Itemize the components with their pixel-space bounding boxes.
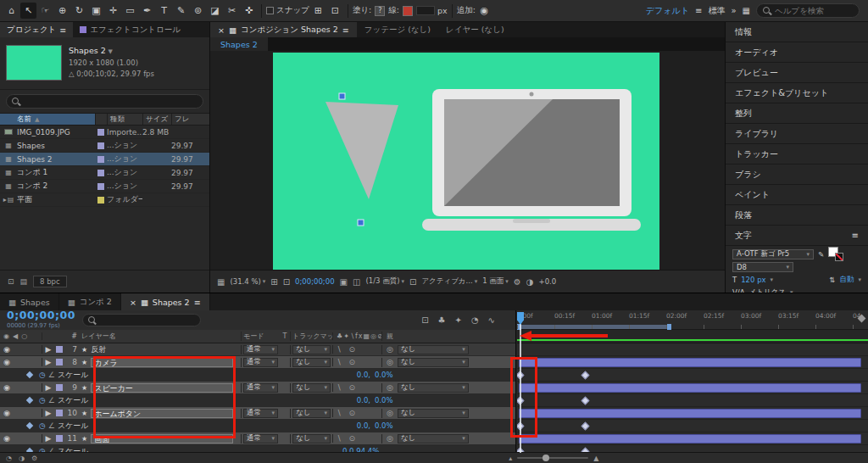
- timeline-tab-comp2[interactable]: ▦ コンポ 2: [59, 293, 121, 310]
- layer-parent-select[interactable]: ◎ なし▾: [381, 383, 515, 393]
- panel-paragraph[interactable]: 段落: [726, 205, 868, 226]
- frame-blending-icon[interactable]: ✦: [454, 315, 461, 325]
- property-value2[interactable]: 0.0%: [375, 371, 393, 379]
- help-search[interactable]: [756, 3, 860, 18]
- layer-duration-bar[interactable]: [519, 434, 861, 443]
- orbit-camera-tool-icon[interactable]: ↻: [71, 3, 87, 19]
- layer-label-color[interactable]: [54, 435, 64, 442]
- keyframe-navigator-icon[interactable]: [26, 397, 33, 404]
- expand-layer-switches-icon[interactable]: ◑: [19, 455, 25, 462]
- folder-icon[interactable]: ▸▤: [0, 196, 17, 204]
- hide-shy-layers-icon[interactable]: ♣: [438, 315, 446, 325]
- timeline-property-row[interactable]: ◷ ∠ スケール 0.0, 0.0%: [0, 369, 515, 382]
- layer-expander[interactable]: ▶: [42, 409, 54, 417]
- keyframe-navigator-icon[interactable]: [26, 422, 33, 429]
- column-type[interactable]: 種類: [107, 114, 142, 125]
- layer-expander[interactable]: ▶: [42, 358, 54, 366]
- camera-tool-icon[interactable]: ▣: [88, 3, 104, 19]
- panel-character[interactable]: 文字 ≡: [726, 226, 868, 246]
- add-shape-icon[interactable]: ◉: [476, 3, 492, 19]
- exposure-value[interactable]: +0.0: [539, 277, 557, 286]
- pan-behind-tool-icon[interactable]: ✛: [105, 3, 121, 19]
- expand-transfer-controls-icon[interactable]: ◔: [6, 455, 12, 462]
- comp-thumbnail[interactable]: [6, 45, 62, 81]
- timeline-track-area[interactable]: :00f 00:15f 01:00f 01:15f 02:00f 02:15f …: [517, 310, 868, 453]
- project-row[interactable]: IMG_0109.JPG Importe...G 2.8 MB: [0, 126, 209, 139]
- layer-parent-select[interactable]: ◎ なし▾: [381, 358, 515, 367]
- pen-tool-icon[interactable]: ✒: [139, 3, 155, 19]
- layer-trackmatte-select[interactable]: なし▾: [290, 345, 332, 354]
- parent-pickwhip-icon[interactable]: ◎: [387, 345, 393, 354]
- panel-audio[interactable]: オーディオ: [726, 42, 868, 63]
- selection-handle[interactable]: [339, 93, 345, 99]
- selection-tool-icon[interactable]: ↖: [20, 3, 36, 19]
- show-channel-icon[interactable]: ◫: [353, 277, 360, 287]
- help-search-input[interactable]: [775, 6, 853, 15]
- panel-preview[interactable]: プレビュー: [726, 63, 868, 83]
- timeline-layer-row[interactable]: ◉ ▶ 8 ★ カメラ 通常▾ なし▾ ∖ ⊙ ◎ なし▾: [0, 356, 515, 369]
- property-value2[interactable]: 0.0%: [375, 396, 393, 404]
- view-layout-select[interactable]: 1 画面▾: [482, 276, 509, 287]
- close-icon[interactable]: ×: [130, 298, 136, 307]
- layer-trackmatte-select[interactable]: なし▾: [290, 383, 332, 393]
- type-tool-icon[interactable]: T: [156, 3, 172, 19]
- stopwatch-icon[interactable]: ◷: [39, 421, 46, 430]
- property-value[interactable]: 0.0,: [342, 396, 370, 404]
- layer-name[interactable]: ★ ホームボタン: [80, 409, 241, 418]
- snap-checkbox[interactable]: スナップ: [266, 5, 309, 16]
- timeline-layer-row[interactable]: ◉ ▶ 10 ★ ホームボタン 通常▾ なし▾ ∖ ⊙ ◎ なし▾: [0, 407, 515, 420]
- leading-value[interactable]: 自動: [839, 275, 854, 285]
- timeline-tab-shapes2[interactable]: × ▦ Shapes 2 ≡: [121, 293, 210, 310]
- layer-mode-select[interactable]: 通常▾: [241, 383, 280, 393]
- workspace-selector[interactable]: デフォルト: [646, 5, 689, 17]
- layer-name-column-header[interactable]: レイヤー名: [80, 332, 241, 341]
- fill-swatch[interactable]: ?: [375, 6, 385, 16]
- close-icon[interactable]: ×: [218, 25, 225, 35]
- layer-trackmatte-select[interactable]: なし▾: [290, 434, 332, 443]
- layer-parent-select[interactable]: ◎ なし▾: [381, 409, 515, 418]
- stopwatch-icon[interactable]: ◷: [39, 396, 46, 404]
- layer-visibility-toggle[interactable]: ◉: [3, 345, 10, 354]
- layer-name[interactable]: ★ スピーカー: [80, 383, 241, 393]
- layer-parent-select[interactable]: ◎ なし▾: [381, 345, 515, 354]
- timeline-layer-row[interactable]: ◉ ▶ 11 ★ 画面 通常▾ なし▾ ∖ ⊙ ◎ なし▾: [0, 432, 515, 445]
- comp-marker-button[interactable]: [858, 315, 866, 323]
- property-name[interactable]: スケール: [58, 370, 89, 381]
- timeline-property-row[interactable]: ◷ ∠ スケール 0.0, 0.0%: [0, 420, 515, 432]
- composition-canvas[interactable]: [273, 53, 659, 270]
- property-name[interactable]: スケール: [58, 395, 89, 406]
- timeline-layer-row[interactable]: ◉ ▶ 7 ★ 反射 通常▾ なし▾ ∖ ⊙ ◎ なし▾: [0, 343, 515, 356]
- column-name[interactable]: 名前 ▲: [0, 114, 95, 125]
- puppet-tool-icon[interactable]: ✜: [241, 3, 257, 19]
- timeline-tab-shapes[interactable]: ▦ Shapes: [0, 293, 59, 310]
- tab-effect-controls[interactable]: エフェクトコントロール: [73, 22, 187, 37]
- layer-name[interactable]: ★ カメラ: [80, 358, 241, 367]
- work-area-bar[interactable]: [519, 325, 670, 329]
- keyframe-icon[interactable]: [581, 371, 590, 380]
- zoom-out-frames-icon[interactable]: ▴: [509, 455, 512, 462]
- viewer-canvas[interactable]: [210, 51, 725, 270]
- stroke-width-field[interactable]: [416, 6, 435, 15]
- bit-depth-button[interactable]: 8 bpc: [33, 276, 67, 287]
- zoom-tool-icon[interactable]: ⊕: [54, 3, 70, 19]
- keyframe-navigator-icon[interactable]: [26, 371, 33, 378]
- footage-interpret-icon[interactable]: ⊡: [8, 277, 14, 286]
- expand-in-out-icon[interactable]: ⚙: [31, 455, 37, 462]
- comp-title[interactable]: Shapes 2: [69, 46, 106, 55]
- layer-mode-select[interactable]: 通常▾: [241, 409, 280, 418]
- timeline-property-row[interactable]: ◷ ∠ スケール 0.0, 0.0%: [0, 394, 515, 407]
- project-row-selected[interactable]: ▦ Shapes 2 ...ション 29.97: [0, 153, 209, 166]
- layer-mode-select[interactable]: 通常▾: [241, 358, 280, 367]
- selection-handle[interactable]: [358, 220, 364, 226]
- property-value[interactable]: 0.0,: [342, 371, 370, 379]
- zoom-select[interactable]: (31.4 %)▾: [230, 277, 265, 286]
- graph-toggle-icon[interactable]: ∠: [48, 396, 55, 404]
- font-size-value[interactable]: 120 px: [741, 276, 765, 284]
- layer-name[interactable]: ★ 画面: [80, 434, 241, 443]
- label-color[interactable]: [95, 183, 107, 190]
- font-style-select[interactable]: D8▾: [732, 262, 793, 272]
- home-icon[interactable]: ⌂: [3, 3, 19, 19]
- graph-toggle-icon[interactable]: ∠: [48, 421, 55, 430]
- mode-column-header[interactable]: モード: [241, 332, 280, 341]
- layer-duration-bar[interactable]: [519, 358, 861, 367]
